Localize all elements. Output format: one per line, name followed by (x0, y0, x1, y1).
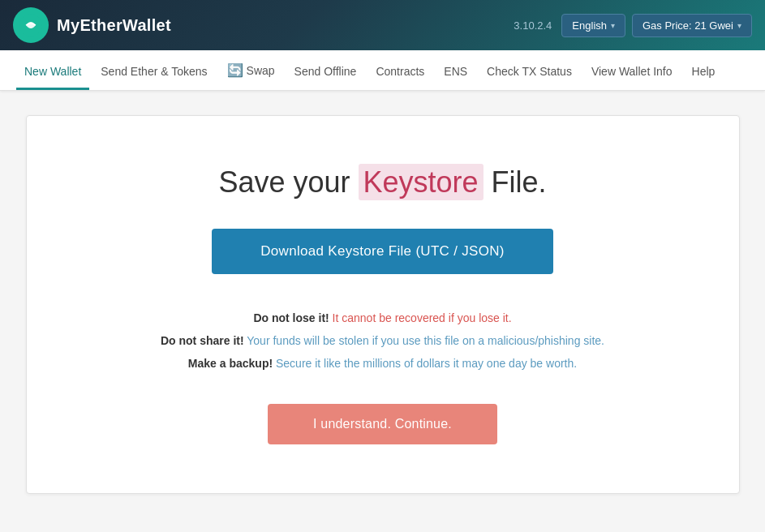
nav-item-contracts[interactable]: Contracts (367, 65, 432, 90)
header-controls: 3.10.2.4 English ▾ Gas Price: 21 Gwei ▾ (514, 14, 752, 37)
page-title: Save your Keystore File. (218, 165, 546, 200)
nav-label-help: Help (692, 65, 716, 78)
nav-item-send-offline[interactable]: Send Offline (286, 65, 365, 90)
nav-item-new-wallet[interactable]: New Wallet (16, 65, 89, 90)
warning-line-3: Make a backup! Secure it like the millio… (161, 352, 604, 375)
main-nav: New Wallet Send Ether & Tokens 🔄 Swap Se… (0, 50, 765, 91)
language-chevron-icon: ▾ (611, 21, 615, 30)
warning-2-rest: Your funds will be stolen if you use thi… (247, 334, 604, 347)
nav-label-new-wallet: New Wallet (24, 65, 81, 78)
gas-price-label: Gas Price: 21 Gwei (643, 19, 733, 32)
title-highlight: Keystore (359, 164, 483, 200)
nav-item-swap[interactable]: 🔄 Swap (219, 62, 283, 90)
warning-1-rest: It cannot be recovered if you lose it. (333, 311, 512, 324)
swap-icon: 🔄 (227, 62, 243, 78)
nav-item-check-tx[interactable]: Check TX Status (479, 65, 580, 90)
warning-line-2: Do not share it! Your funds will be stol… (161, 329, 604, 352)
gas-chevron-icon: ▾ (737, 21, 741, 30)
warnings-section: Do not lose it! It cannot be recovered i… (161, 307, 604, 375)
nav-label-send-ether: Send Ether & Tokens (101, 65, 207, 78)
warning-1-bold: Do not lose it! (253, 311, 329, 324)
version-label: 3.10.2.4 (514, 19, 552, 32)
nav-label-contracts: Contracts (376, 65, 424, 78)
logo-icon (13, 7, 49, 43)
main-content: Save your Keystore File. Download Keysto… (0, 91, 765, 518)
header: MyEtherWallet 3.10.2.4 English ▾ Gas Pri… (0, 0, 765, 50)
nav-item-ens[interactable]: ENS (436, 65, 475, 90)
gas-price-button[interactable]: Gas Price: 21 Gwei ▾ (632, 14, 752, 37)
continue-button[interactable]: I understand. Continue. (268, 404, 497, 444)
nav-label-send-offline: Send Offline (294, 65, 357, 78)
title-suffix: File. (483, 165, 547, 199)
nav-item-help[interactable]: Help (684, 65, 724, 90)
language-button[interactable]: English ▾ (561, 14, 625, 37)
nav-label-swap: Swap (247, 64, 275, 77)
warning-2-bold: Do not share it! (161, 334, 244, 347)
keystore-card: Save your Keystore File. Download Keysto… (26, 115, 740, 494)
download-keystore-button[interactable]: Download Keystore File (UTC / JSON) (212, 229, 553, 274)
nav-label-view-wallet: View Wallet Info (591, 65, 673, 78)
nav-item-view-wallet[interactable]: View Wallet Info (583, 65, 681, 90)
nav-label-check-tx: Check TX Status (487, 65, 572, 78)
nav-label-ens: ENS (444, 65, 467, 78)
logo-wrap: MyEtherWallet (13, 7, 171, 43)
warning-3-rest: Secure it like the millions of dollars i… (276, 357, 577, 370)
language-label: English (572, 19, 607, 32)
nav-item-send-ether[interactable]: Send Ether & Tokens (92, 65, 215, 90)
warning-line-1: Do not lose it! It cannot be recovered i… (161, 307, 604, 329)
title-prefix: Save your (218, 165, 358, 199)
warning-3-bold: Make a backup! (188, 357, 273, 370)
app-title: MyEtherWallet (57, 16, 171, 35)
